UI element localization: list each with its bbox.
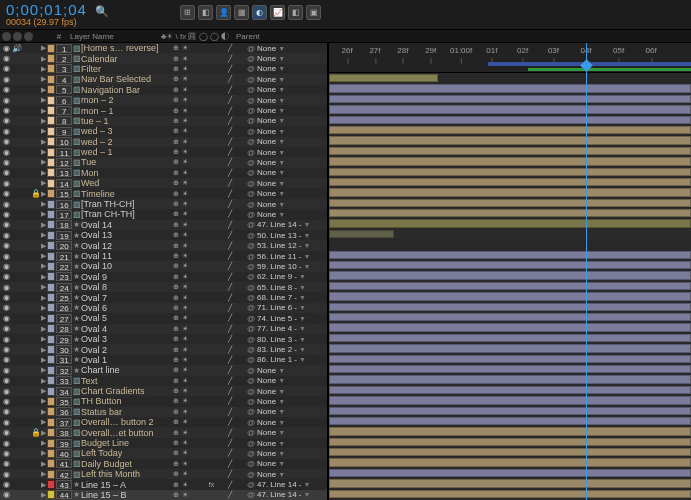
switch-4[interactable]	[207, 346, 216, 354]
switch-1[interactable]: ☀	[180, 86, 189, 94]
switch-0[interactable]: ⊕	[171, 460, 180, 468]
layer-row[interactable]: ◉▶14▧Wed⊕☀╱@None▼	[0, 178, 327, 188]
layer-duration-bar[interactable]	[329, 469, 691, 477]
visibility-eye-icon[interactable]: ◉	[2, 220, 11, 229]
solo-toggle[interactable]	[22, 64, 31, 73]
switch-4[interactable]	[207, 429, 216, 437]
solo-toggle[interactable]	[22, 397, 31, 406]
switch-5[interactable]	[216, 325, 225, 333]
layer-row[interactable]: ◉▶13▧Mon⊕☀╱@None▼	[0, 168, 327, 178]
layer-duration-bar[interactable]	[329, 365, 691, 373]
timeline-row[interactable]	[329, 395, 691, 405]
layer-name-label[interactable]: Oval 2	[81, 345, 171, 355]
pickwhip-icon[interactable]: @	[247, 407, 257, 416]
solo-toggle[interactable]	[22, 470, 31, 479]
twirl-icon[interactable]: ▶	[40, 325, 47, 333]
lock-icon[interactable]	[31, 407, 40, 416]
layer-row[interactable]: ◉▶28★Oval 4⊕☀╱@77. Line 4 -▼	[0, 324, 327, 334]
parent-dropdown[interactable]: None▼	[257, 397, 327, 406]
audio-icon[interactable]	[12, 439, 21, 448]
switch-6[interactable]: ╱	[225, 273, 234, 281]
solo-toggle[interactable]	[22, 200, 31, 209]
lock-icon[interactable]	[31, 490, 40, 499]
switch-4[interactable]	[207, 470, 216, 478]
label-color-chip[interactable]	[47, 252, 55, 261]
switch-0[interactable]: ⊕	[171, 397, 180, 405]
pickwhip-icon[interactable]: @	[247, 85, 257, 94]
layer-name-label[interactable]: Timeline	[81, 189, 171, 199]
twirl-icon[interactable]: ▶	[40, 470, 47, 478]
twirl-icon[interactable]: ▶	[40, 107, 47, 115]
switch-2[interactable]	[189, 418, 198, 426]
switch-4[interactable]	[207, 335, 216, 343]
lock-icon[interactable]	[31, 252, 40, 261]
layer-duration-bar[interactable]	[329, 168, 691, 176]
layer-row[interactable]: ◉🔒▶38▧Overall…et button⊕☀╱@None▼	[0, 427, 327, 437]
current-time-indicator[interactable]	[586, 43, 587, 500]
visibility-eye-icon[interactable]: ◉	[2, 324, 11, 333]
twirl-icon[interactable]: ▶	[40, 252, 47, 260]
switch-4[interactable]: fx	[207, 481, 216, 489]
twirl-icon[interactable]: ▶	[40, 481, 47, 489]
layer-row[interactable]: ◉▶3▧Filter⊕☀╱@None▼	[0, 64, 327, 74]
switch-4[interactable]	[207, 231, 216, 239]
switch-6[interactable]: ╱	[225, 44, 234, 52]
switch-0[interactable]: ⊕	[171, 179, 180, 187]
switch-1[interactable]: ☀	[180, 335, 189, 343]
twirl-icon[interactable]: ▶	[40, 138, 47, 146]
timeline-row[interactable]	[329, 73, 691, 83]
switch-4[interactable]	[207, 158, 216, 166]
solo-toggle[interactable]	[22, 376, 31, 385]
lock-icon[interactable]	[31, 283, 40, 292]
switch-0[interactable]: ⊕	[171, 138, 180, 146]
layer-duration-bar[interactable]	[329, 84, 691, 92]
label-color-chip[interactable]	[47, 449, 55, 458]
switch-1[interactable]: ☀	[180, 387, 189, 395]
parent-dropdown[interactable]: None▼	[257, 439, 327, 448]
switch-5[interactable]	[216, 65, 225, 73]
switch-6[interactable]: ╱	[225, 117, 234, 125]
label-color-chip[interactable]	[47, 480, 55, 489]
switch-2[interactable]	[189, 283, 198, 291]
switch-3[interactable]	[198, 86, 207, 94]
pickwhip-icon[interactable]: @	[247, 470, 257, 479]
twirl-icon[interactable]: ▶	[40, 294, 47, 302]
layer-name-label[interactable]: Oval 9	[81, 272, 171, 282]
layer-duration-bar[interactable]	[329, 199, 691, 207]
switch-6[interactable]: ╱	[225, 356, 234, 364]
switch-6[interactable]: ╱	[225, 294, 234, 302]
lock-icon[interactable]	[31, 210, 40, 219]
switch-4[interactable]	[207, 169, 216, 177]
layer-name-label[interactable]: Oval 11	[81, 251, 171, 261]
switch-0[interactable]: ⊕	[171, 449, 180, 457]
twirl-icon[interactable]: ▶	[40, 44, 47, 52]
switch-2[interactable]	[189, 449, 198, 457]
solo-toggle[interactable]	[22, 75, 31, 84]
lock-icon[interactable]	[31, 85, 40, 94]
timeline-row[interactable]	[329, 229, 691, 239]
switch-7[interactable]	[234, 179, 243, 187]
switch-6[interactable]: ╱	[225, 242, 234, 250]
switch-4[interactable]	[207, 304, 216, 312]
switch-2[interactable]	[189, 107, 198, 115]
switch-2[interactable]	[189, 96, 198, 104]
audio-icon[interactable]	[12, 75, 21, 84]
audio-icon[interactable]	[12, 106, 21, 115]
timeline-row[interactable]	[329, 437, 691, 447]
switch-3[interactable]	[198, 273, 207, 281]
layer-row[interactable]: ◉▶29★Oval 3⊕☀╱@80. Line 3 -▼	[0, 334, 327, 344]
switch-1[interactable]: ☀	[180, 252, 189, 260]
layer-name-label[interactable]: Chart line	[81, 365, 171, 375]
audio-icon[interactable]	[12, 241, 21, 250]
parent-dropdown[interactable]: 68. Line 7 -▼	[257, 293, 327, 302]
switch-3[interactable]	[198, 107, 207, 115]
switch-6[interactable]: ╱	[225, 283, 234, 291]
switch-0[interactable]: ⊕	[171, 304, 180, 312]
switch-5[interactable]	[216, 356, 225, 364]
switch-5[interactable]	[216, 304, 225, 312]
switch-1[interactable]: ☀	[180, 366, 189, 374]
solo-toggle[interactable]	[22, 490, 31, 499]
switch-4[interactable]	[207, 294, 216, 302]
twirl-icon[interactable]: ▶	[40, 449, 47, 457]
audio-icon[interactable]	[12, 355, 21, 364]
